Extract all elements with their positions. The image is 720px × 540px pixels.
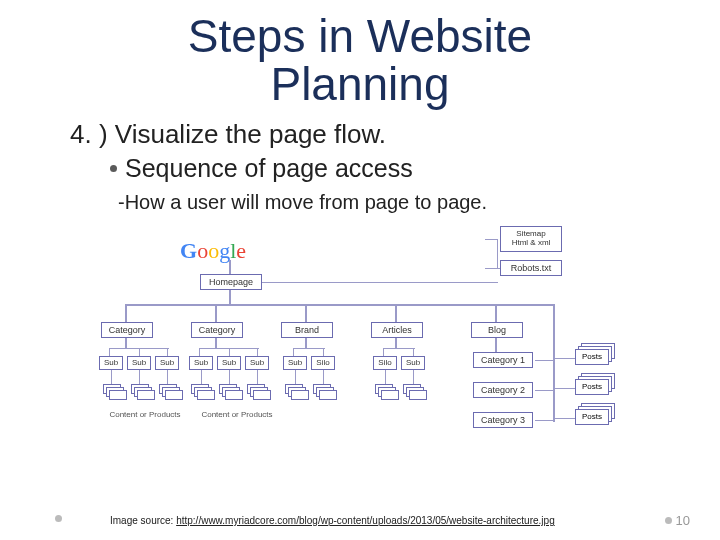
bullet-dot-icon: [110, 165, 117, 172]
content-products-label-2: Content or Products: [187, 410, 287, 419]
sub-box: Sub: [155, 356, 179, 370]
blog-box: Blog: [471, 322, 523, 338]
content-products-label-1: Content or Products: [95, 410, 195, 419]
sitemap-box: Sitemap Html & xml: [500, 226, 562, 252]
bullet-1-text: Sequence of page access: [125, 154, 413, 183]
decorative-dot-icon: [55, 515, 62, 522]
silo-box: Silo: [373, 356, 397, 370]
brand-box: Brand: [281, 322, 333, 338]
site-architecture-diagram: Google Sitemap Html & xml Robots.txt Hom…: [95, 226, 625, 456]
sub-point: -How a user will move from page to page.: [118, 191, 720, 214]
blog-category-3: Category 3: [473, 412, 533, 428]
image-source-caption: Image source: http://www.myriadcore.com/…: [110, 515, 555, 526]
page-number: 10: [665, 513, 690, 528]
image-source-link[interactable]: http://www.myriadcore.com/blog/wp-conten…: [176, 515, 555, 526]
google-logo: Google: [180, 238, 246, 264]
posts-stack-1: Posts: [575, 349, 609, 365]
sub-box: Sub: [127, 356, 151, 370]
posts-stack-2: Posts: [575, 379, 609, 395]
sub-box: Sub: [283, 356, 307, 370]
caption-prefix: Image source:: [110, 515, 176, 526]
category-box-2: Category: [191, 322, 243, 338]
sub-box: Sub: [99, 356, 123, 370]
sub-box: Sub: [245, 356, 269, 370]
sub-box: Sub: [401, 356, 425, 370]
articles-box: Articles: [371, 322, 423, 338]
category-box-1: Category: [101, 322, 153, 338]
robots-box: Robots.txt: [500, 260, 562, 276]
bullet-1-row: Sequence of page access: [110, 154, 720, 183]
blog-category-2: Category 2: [473, 382, 533, 398]
sub-box: Sub: [217, 356, 241, 370]
title-line-2: Planning: [270, 58, 449, 110]
blog-category-1: Category 1: [473, 352, 533, 368]
main-point: 4. ) Visualize the page flow.: [70, 119, 720, 150]
sub-box: Sub: [189, 356, 213, 370]
silo-box: Silo: [311, 356, 335, 370]
posts-stack-3: Posts: [575, 409, 609, 425]
title-line-1: Steps in Website: [188, 10, 532, 62]
slide-title: Steps in Website Planning: [0, 12, 720, 109]
homepage-box: Homepage: [200, 274, 262, 290]
